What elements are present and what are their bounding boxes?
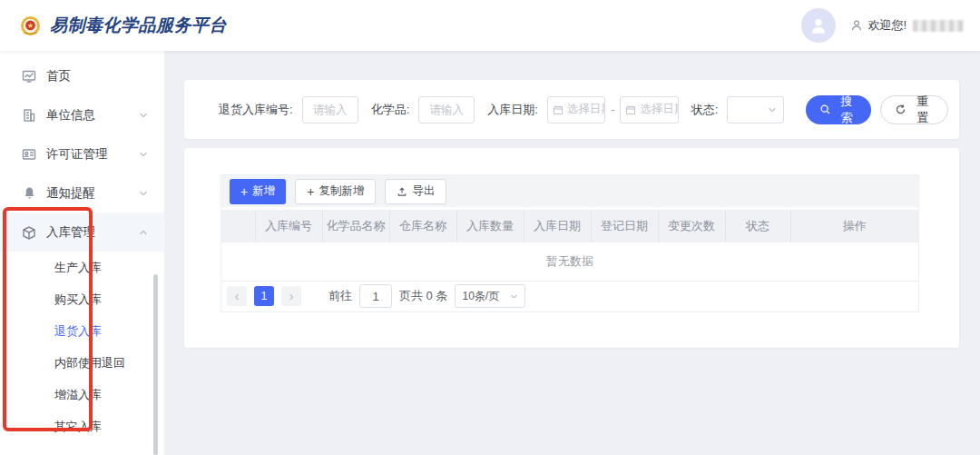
filter-bar: 退货入库编号: 化学品: 入库日期: 选择日期 - — [184, 80, 959, 139]
search-icon — [819, 104, 831, 115]
sidebar-subitem-other-inbound[interactable]: 其它入库 — [0, 410, 164, 442]
reset-button[interactable]: 重置 — [880, 95, 948, 124]
sidebar-item-notifications[interactable]: 通知提醒 — [0, 173, 164, 213]
sidebar-item-label: 入库管理 — [46, 224, 95, 241]
chevron-up-icon — [139, 228, 148, 237]
sidebar-subitem-production-inbound[interactable]: 生产入库 — [0, 252, 164, 283]
column-header: 状态 — [725, 210, 790, 242]
page-size-select[interactable]: 10条/页 — [455, 284, 525, 308]
chevron-down-icon — [510, 292, 518, 301]
username-redacted — [913, 20, 964, 32]
app-header: 易制毒化学品服务平台 欢迎您! — [0, 0, 980, 51]
status-select[interactable] — [727, 96, 783, 124]
add-button[interactable]: + 新增 — [230, 179, 286, 204]
submenu-label: 增溢入库 — [54, 387, 102, 403]
calendar-icon — [553, 104, 564, 115]
chevron-down-icon — [139, 189, 148, 198]
empty-state-text: 暂无数据 — [221, 242, 918, 281]
page-size-value: 10条/页 — [462, 289, 499, 304]
submenu-label: 生产入库 — [54, 260, 102, 276]
column-header: 化学品名称 — [322, 210, 389, 242]
chevron-down-icon — [139, 111, 148, 120]
column-header: 变更次数 — [658, 210, 725, 242]
export-button[interactable]: 导出 — [385, 179, 446, 204]
copy-add-button-label: 复制新增 — [318, 183, 364, 199]
empty-row: 暂无数据 — [221, 242, 918, 281]
return-no-label: 退货入库编号: — [219, 102, 293, 118]
sidebar-item-label: 通知提醒 — [46, 185, 95, 202]
date-start-picker[interactable]: 选择日期 — [547, 96, 605, 124]
sidebar-item-unit-info[interactable]: 单位信息 — [0, 95, 164, 134]
export-button-label: 导出 — [412, 183, 435, 199]
building-icon — [22, 108, 36, 123]
search-button[interactable]: 搜索 — [806, 95, 872, 124]
pagination: ‹ 1 › 前往 页共 0 条 10条/页 — [221, 282, 918, 312]
sidebar-subitem-return-inbound[interactable]: 退货入库 — [0, 315, 164, 347]
sidebar-item-home[interactable]: 首页 — [0, 56, 164, 95]
plus-icon: + — [307, 185, 314, 198]
bell-icon — [22, 186, 36, 201]
sidebar-subitem-purchase-inbound[interactable]: 购买入库 — [0, 283, 164, 315]
reset-button-label: 重置 — [911, 94, 934, 126]
column-header: 入库日期 — [524, 210, 591, 242]
inbound-icon — [22, 225, 36, 240]
sidebar-scrollbar[interactable] — [153, 274, 158, 455]
calendar-icon — [625, 104, 636, 115]
sidebar-item-label: 单位信息 — [46, 107, 95, 124]
table-toolbar: + 新增 + 复制新增 导出 — [221, 175, 918, 207]
chevron-down-icon — [139, 150, 148, 159]
submenu-label: 购买入库 — [54, 292, 102, 308]
column-header-expand — [221, 210, 255, 242]
chemical-input[interactable] — [418, 96, 475, 124]
refresh-icon — [895, 104, 906, 115]
column-header: 入库数量 — [456, 210, 524, 242]
status-label: 状态: — [691, 102, 719, 118]
submenu-label: 其它入库 — [54, 419, 102, 435]
page-title: 易制毒化学品服务平台 — [50, 14, 227, 37]
column-header: 仓库名称 — [389, 210, 456, 242]
table-card: + 新增 + 复制新增 导出 — [184, 148, 959, 348]
copy-add-button[interactable]: + 复制新增 — [295, 179, 376, 204]
welcome-label: 欢迎您! — [867, 17, 906, 34]
pagination-page-1[interactable]: 1 — [254, 286, 274, 306]
person-icon — [850, 19, 863, 32]
badge-logo-icon — [20, 15, 41, 36]
license-icon — [22, 147, 36, 162]
search-button-label: 搜索 — [836, 94, 858, 126]
sidebar-item-inbound-mgmt[interactable]: 入库管理 — [0, 213, 164, 252]
column-header: 操作 — [790, 210, 918, 242]
column-header: 入库编号 — [255, 210, 322, 242]
sidebar-item-label: 许可证管理 — [46, 146, 108, 163]
table-header-row: 入库编号 化学品名称 仓库名称 入库数量 入库日期 登记日期 变更次数 状态 操… — [221, 210, 918, 242]
date-separator: - — [611, 103, 614, 116]
dashboard-icon — [22, 69, 36, 84]
plus-icon: + — [240, 185, 248, 198]
welcome-text: 欢迎您! — [850, 17, 906, 34]
sidebar-item-license-mgmt[interactable]: 许可证管理 — [0, 134, 164, 173]
date-end-picker[interactable]: 选择日期 — [620, 96, 678, 124]
export-icon — [397, 186, 407, 197]
goto-page-input[interactable] — [359, 284, 392, 308]
sidebar-subitem-internal-use-return[interactable]: 内部使用退回 — [0, 347, 164, 379]
sidebar: 首页 单位信息 许可证管理 — [0, 51, 164, 455]
main-content: 退货入库编号: 化学品: 入库日期: 选择日期 - — [164, 51, 980, 455]
pagination-next-button[interactable]: › — [281, 286, 301, 306]
pagination-prev-button[interactable]: ‹ — [227, 286, 247, 306]
chevron-down-icon — [768, 105, 777, 114]
inbound-table: 入库编号 化学品名称 仓库名称 入库数量 入库日期 登记日期 变更次数 状态 操… — [221, 210, 918, 282]
chemical-label: 化学品: — [371, 102, 410, 118]
date-end-placeholder: 选择日期 — [640, 102, 678, 117]
column-header: 登记日期 — [591, 210, 658, 242]
avatar[interactable] — [801, 8, 836, 43]
add-button-label: 新增 — [252, 183, 275, 199]
submenu-label: 内部使用退回 — [54, 355, 125, 371]
inbound-date-label: 入库日期: — [487, 102, 538, 118]
table-panel: + 新增 + 复制新增 导出 — [220, 174, 919, 312]
sidebar-item-label: 首页 — [46, 68, 71, 84]
return-inbound-no-input[interactable] — [302, 96, 358, 124]
sidebar-subitem-surplus-inbound[interactable]: 增溢入库 — [0, 379, 164, 410]
date-start-placeholder: 选择日期 — [567, 102, 605, 117]
total-count-label: 页共 0 条 — [399, 288, 447, 304]
goto-label: 前往 — [328, 288, 352, 304]
user-cluster: 欢迎您! — [801, 8, 980, 43]
